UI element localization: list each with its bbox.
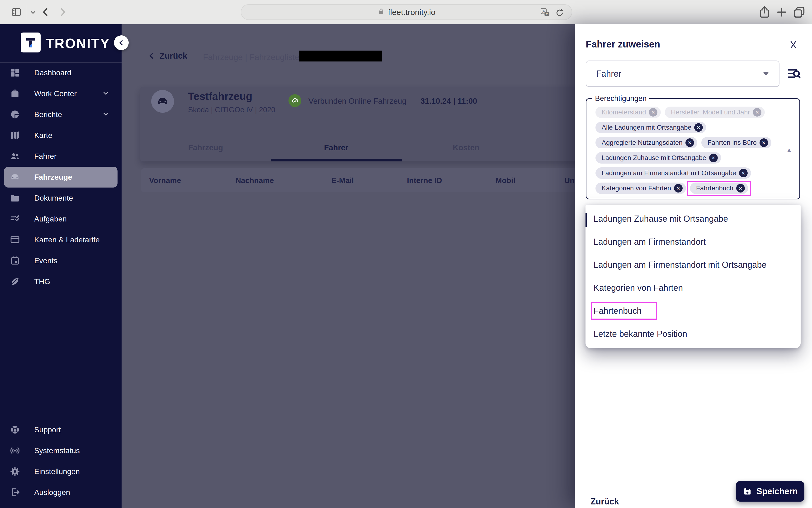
sidebar-item-thg[interactable]: THG bbox=[4, 271, 118, 292]
vehicle-timestamp: 31.10.24 | 11:00 bbox=[421, 97, 477, 105]
dropdown-option[interactable]: Ladungen am Firmenstandort bbox=[586, 230, 801, 253]
life-ring-icon bbox=[9, 424, 20, 435]
people-icon bbox=[9, 151, 20, 162]
column-header[interactable]: Mobil bbox=[496, 176, 515, 185]
sidebar-item-work-center[interactable]: Work Center bbox=[4, 83, 118, 104]
permissions-dropdown: Ladungen Zuhause mit Ortsangabe Ladungen… bbox=[586, 205, 801, 348]
share-icon[interactable] bbox=[758, 5, 771, 19]
column-header[interactable]: E-Mail bbox=[332, 176, 354, 185]
sidebar-item-fahrer[interactable]: Fahrer bbox=[4, 146, 118, 167]
tab-fahrer[interactable]: Fahrer bbox=[324, 143, 348, 152]
permission-chips: Kilometerstand× Hersteller, Modell und J… bbox=[587, 99, 800, 199]
permission-chip[interactable]: Ladungen Zuhause mit Ortsangabe× bbox=[595, 152, 721, 164]
sidebar-item-einstellungen[interactable]: Einstellungen bbox=[4, 461, 118, 482]
remove-chip-icon[interactable]: × bbox=[674, 184, 683, 193]
column-header[interactable]: Vorname bbox=[149, 176, 181, 185]
dropdown-option[interactable]: Letzte bekannte Position bbox=[586, 322, 801, 345]
sidebar-item-label: Dashboard bbox=[34, 68, 72, 77]
reload-icon[interactable] bbox=[555, 8, 565, 18]
leaf-icon bbox=[9, 276, 20, 287]
sidebar-item-dashboard[interactable]: Dashboard bbox=[4, 62, 118, 83]
sidebar-item-label: Support bbox=[34, 425, 61, 434]
sidebar-item-karten-ladetarife[interactable]: Karten & Ladetarife bbox=[4, 229, 118, 250]
permission-chip[interactable]: Kategorien von Fahrten× bbox=[595, 182, 686, 194]
address-bar[interactable]: fleet.tronity.io Ax bbox=[241, 4, 572, 20]
save-button-label: Speichern bbox=[757, 486, 798, 496]
dropdown-option[interactable]: Kategorien von Fahrten bbox=[586, 276, 801, 299]
vehicle-status: Verbunden Online Fahrzeug bbox=[308, 97, 407, 105]
new-tab-icon[interactable] bbox=[775, 6, 788, 18]
collapse-arrow-icon[interactable]: ▲ bbox=[786, 146, 792, 154]
sidebar-toggle-icon[interactable] bbox=[10, 7, 22, 17]
vehicle-card: Testfahrzeug Skoda | CITIGOe iV | 2020 V… bbox=[140, 87, 585, 161]
chevron-down-icon bbox=[763, 72, 769, 76]
permission-chip[interactable]: Hersteller, Modell und Jahr× bbox=[665, 107, 765, 118]
broadcast-icon bbox=[9, 445, 20, 456]
pie-chart-icon bbox=[9, 109, 20, 120]
sidebar-item-label: Events bbox=[34, 256, 57, 265]
dropdown-option-fahrtenbuch-annotated[interactable]: Fahrtenbuch bbox=[586, 299, 801, 322]
chevron-left-icon bbox=[148, 51, 156, 60]
chevron-down-icon[interactable] bbox=[29, 8, 37, 16]
remove-chip-icon[interactable]: × bbox=[694, 123, 703, 132]
folder-icon bbox=[9, 193, 20, 204]
sidebar-item-systemstatus[interactable]: Systemstatus bbox=[4, 440, 118, 461]
sidebar-item-berichte[interactable]: Berichte bbox=[4, 104, 118, 125]
close-icon[interactable] bbox=[787, 39, 799, 50]
sidebar-item-label: Karte bbox=[34, 131, 52, 140]
sidebar-item-label: Fahrzeuge bbox=[34, 173, 72, 182]
remove-chip-icon[interactable]: × bbox=[649, 108, 657, 117]
dropdown-option[interactable]: Ladungen am Firmenstandort mit Ortsangab… bbox=[586, 253, 801, 276]
permission-chip[interactable]: Aggregierte Nutzungsdaten× bbox=[595, 137, 697, 149]
back-button[interactable] bbox=[40, 6, 51, 18]
remove-chip-icon[interactable]: × bbox=[685, 138, 694, 147]
map-icon bbox=[9, 130, 20, 141]
remove-chip-icon[interactable]: × bbox=[736, 184, 745, 193]
remove-chip-icon[interactable]: × bbox=[760, 138, 768, 147]
back-button[interactable]: Zurück bbox=[591, 497, 619, 507]
driver-select[interactable]: Fahrer bbox=[586, 60, 779, 87]
column-header[interactable]: Interne ID bbox=[407, 176, 442, 185]
calendar-icon bbox=[9, 255, 20, 266]
tab-kosten[interactable]: Kosten bbox=[453, 143, 479, 152]
sidebar-item-dokumente[interactable]: Dokumente bbox=[4, 187, 118, 208]
gear-icon bbox=[9, 466, 20, 477]
sidebar-item-label: Karten & Ladetarife bbox=[34, 236, 100, 244]
remove-chip-icon[interactable]: × bbox=[753, 108, 761, 117]
car-icon bbox=[9, 172, 20, 182]
sidebar-item-ausloggen[interactable]: Ausloggen bbox=[4, 482, 118, 503]
sidebar: TRONITY Dashboard Work Center Berichte bbox=[0, 24, 122, 508]
driver-select-value: Fahrer bbox=[596, 69, 621, 79]
sidebar-item-support[interactable]: Support bbox=[4, 419, 118, 440]
redaction-bar bbox=[299, 50, 382, 61]
forward-button[interactable] bbox=[57, 6, 69, 18]
remove-chip-icon[interactable]: × bbox=[739, 169, 747, 177]
dropdown-option[interactable]: Ladungen Zuhause mit Ortsangabe bbox=[586, 207, 801, 230]
save-button[interactable]: Speichern bbox=[736, 481, 804, 502]
checklist-icon bbox=[9, 213, 20, 224]
sidebar-item-label: Einstellungen bbox=[34, 467, 80, 476]
sidebar-item-fahrzeuge[interactable]: Fahrzeuge bbox=[4, 167, 118, 187]
translate-icon[interactable]: Ax bbox=[540, 8, 550, 18]
panel-title: Fahrer zuweisen bbox=[586, 39, 660, 50]
sidebar-item-events[interactable]: Events bbox=[4, 250, 118, 271]
permission-chip[interactable]: Ladungen am Firmenstandort mit Ortsangab… bbox=[595, 167, 751, 179]
sidebar-item-label: Systemstatus bbox=[34, 446, 80, 455]
permission-chip[interactable]: Alle Ladungen mit Ortsangabe× bbox=[595, 122, 706, 133]
sidebar-item-karte[interactable]: Karte bbox=[4, 125, 118, 146]
tronity-logo bbox=[20, 33, 41, 52]
back-link[interactable]: Zurück bbox=[148, 51, 187, 60]
app-root: TRONITY Dashboard Work Center Berichte bbox=[0, 24, 812, 508]
filter-search-icon[interactable] bbox=[787, 67, 801, 81]
permission-chip[interactable]: Kilometerstand× bbox=[595, 107, 661, 118]
column-header[interactable]: Nachname bbox=[236, 176, 274, 185]
tab-overview-icon[interactable] bbox=[793, 6, 806, 19]
brand-name: TRONITY bbox=[46, 36, 110, 51]
breadcrumb-path[interactable]: Fahrzeuge | Fahrzeugliste bbox=[203, 52, 299, 62]
sidebar-collapse-button[interactable] bbox=[114, 35, 129, 50]
remove-chip-icon[interactable]: × bbox=[709, 154, 718, 162]
permission-chip-fahrtenbuch-annotated[interactable]: Fahrtenbuch× bbox=[690, 182, 748, 194]
permission-chip[interactable]: Fahrten ins Büro× bbox=[701, 137, 771, 149]
sidebar-item-aufgaben[interactable]: Aufgaben bbox=[4, 208, 118, 229]
tab-fahrzeug[interactable]: Fahrzeug bbox=[188, 143, 223, 152]
